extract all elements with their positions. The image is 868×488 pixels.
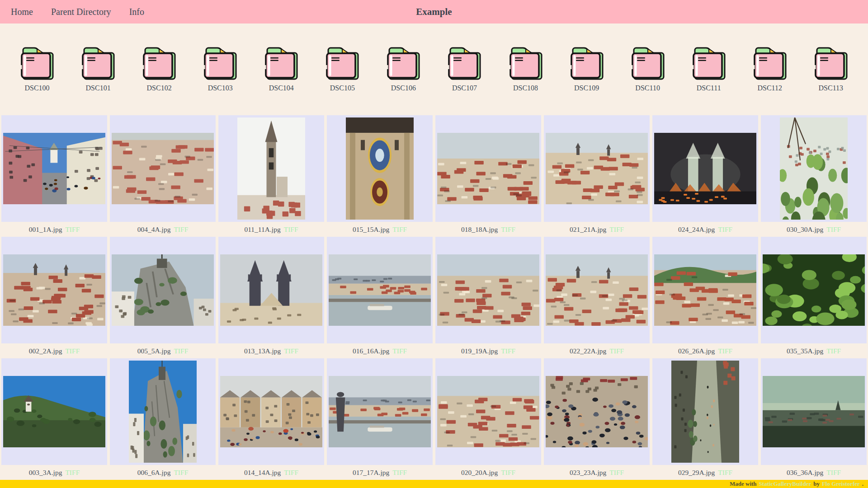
- photo-label: 021_21A.jpgTIFF: [544, 225, 650, 234]
- photo-filename: 029_29A.jpg: [678, 469, 715, 476]
- photo-label: 029_29A.jpgTIFF: [652, 469, 758, 477]
- folder-DSC106[interactable]: DSC106: [381, 44, 426, 115]
- folder-icon: [81, 44, 115, 80]
- gallery-row-3: [0, 358, 868, 465]
- photo-tiff-link[interactable]: TIFF: [609, 469, 624, 476]
- folder-icon: [692, 44, 726, 80]
- nav-link-info[interactable]: Info: [129, 7, 144, 17]
- thumb-013_13A[interactable]: [218, 237, 324, 343]
- photo-tiff-link[interactable]: TIFF: [826, 347, 841, 355]
- thumb-035_35A[interactable]: [761, 237, 867, 343]
- folder-DSC103[interactable]: DSC103: [198, 44, 243, 115]
- thumb-019_19A[interactable]: [435, 237, 541, 343]
- header-bar: HomeParent DirectoryInfo Example: [0, 0, 868, 23]
- photo-tiff-link[interactable]: TIFF: [826, 469, 841, 476]
- photo-label: 001_1A.jpgTIFF: [1, 225, 107, 234]
- photo-tiff-link[interactable]: TIFF: [718, 225, 732, 233]
- photo-tiff-link[interactable]: TIFF: [392, 347, 407, 355]
- photo-placeholder: [329, 254, 431, 326]
- folder-DSC105[interactable]: DSC105: [320, 44, 365, 115]
- folder-row: DSC100 DSC101 DSC102 DSC103 DSC104 DSC10…: [0, 23, 868, 115]
- thumb-021_21A[interactable]: [544, 115, 650, 222]
- photo-placeholder: [112, 254, 214, 326]
- folder-label: DSC105: [330, 84, 355, 92]
- photo-filename: 018_18A.jpg: [461, 225, 498, 233]
- thumb-001_1A[interactable]: [1, 115, 107, 222]
- folder-label: DSC111: [697, 84, 721, 92]
- thumb-003_3A[interactable]: [1, 358, 107, 465]
- photo-tiff-link[interactable]: TIFF: [65, 469, 80, 476]
- photo-tiff-link[interactable]: TIFF: [174, 347, 188, 355]
- folder-DSC108[interactable]: DSC108: [503, 44, 548, 115]
- folder-DSC113[interactable]: DSC113: [808, 44, 854, 115]
- thumb-015_15A[interactable]: [327, 115, 433, 222]
- thumb-002_2A[interactable]: [1, 237, 107, 343]
- photo-tiff-link[interactable]: TIFF: [609, 347, 624, 355]
- thumb-029_29A[interactable]: [652, 358, 758, 465]
- photo-filename: 030_30A.jpg: [787, 225, 823, 233]
- thumb-022_22A[interactable]: [544, 237, 650, 343]
- photo-placeholder: [346, 117, 414, 220]
- photo-tiff-link[interactable]: TIFF: [718, 469, 732, 476]
- photo-tiff-link[interactable]: TIFF: [501, 469, 515, 476]
- folder-DSC107[interactable]: DSC107: [442, 44, 487, 115]
- thumb-017_17A[interactable]: [327, 358, 433, 465]
- photo-placeholder: [437, 133, 540, 204]
- main-nav: HomeParent DirectoryInfo: [11, 7, 144, 17]
- thumb-016_16A[interactable]: [327, 237, 433, 343]
- folder-DSC100[interactable]: DSC100: [14, 44, 60, 115]
- folder-DSC112[interactable]: DSC112: [747, 44, 793, 115]
- photo-filename: 001_1A.jpg: [29, 225, 62, 233]
- photo-tiff-link[interactable]: TIFF: [501, 347, 515, 355]
- photo-tiff-link[interactable]: TIFF: [65, 347, 80, 355]
- footer-by: by: [813, 480, 820, 488]
- photo-filename: 026_26A.jpg: [678, 347, 715, 355]
- thumb-023_23A[interactable]: [544, 358, 650, 465]
- photo-tiff-link[interactable]: TIFF: [65, 225, 80, 233]
- thumb-005_5A[interactable]: [110, 237, 216, 343]
- thumb-020_20A[interactable]: [435, 358, 541, 465]
- thumb-030_30A[interactable]: [761, 115, 867, 222]
- photo-tiff-link[interactable]: TIFF: [501, 225, 515, 233]
- photo-tiff-link[interactable]: TIFF: [826, 225, 841, 233]
- folder-label: DSC101: [86, 84, 111, 92]
- thumb-011_11A[interactable]: [218, 115, 324, 222]
- folder-DSC110[interactable]: DSC110: [625, 44, 670, 115]
- thumb-018_18A[interactable]: [435, 115, 541, 222]
- photo-tiff-link[interactable]: TIFF: [718, 347, 732, 355]
- footer-author-link[interactable]: Flo Greistorfer: [822, 480, 860, 488]
- folder-DSC111[interactable]: DSC111: [686, 44, 731, 115]
- folder-DSC109[interactable]: DSC109: [564, 44, 609, 115]
- photo-placeholder: [437, 376, 540, 447]
- photo-tiff-link[interactable]: TIFF: [284, 225, 298, 233]
- folder-DSC101[interactable]: DSC101: [75, 44, 121, 115]
- photo-tiff-link[interactable]: TIFF: [609, 225, 624, 233]
- photo-filename: 003_3A.jpg: [29, 469, 62, 476]
- thumb-014_14A[interactable]: [218, 358, 324, 465]
- folder-DSC104[interactable]: DSC104: [259, 44, 304, 115]
- thumb-006_6A[interactable]: [110, 358, 216, 465]
- photo-tiff-link[interactable]: TIFF: [392, 225, 407, 233]
- nav-link-home[interactable]: Home: [11, 7, 33, 17]
- folder-icon: [203, 44, 237, 80]
- folder-icon: [753, 44, 787, 80]
- folder-label: DSC107: [452, 84, 477, 92]
- photo-tiff-link[interactable]: TIFF: [284, 347, 298, 355]
- thumb-024_24A[interactable]: [652, 115, 758, 222]
- folder-icon: [447, 44, 481, 80]
- photo-placeholder: [546, 133, 648, 204]
- photo-tiff-link[interactable]: TIFF: [392, 469, 407, 476]
- photo-filename: 021_21A.jpg: [570, 225, 606, 233]
- photo-tiff-link[interactable]: TIFF: [174, 225, 188, 233]
- photo-label: 011_11A.jpgTIFF: [218, 225, 324, 234]
- photo-tiff-link[interactable]: TIFF: [174, 469, 188, 476]
- footer-tool-link[interactable]: StaticGalleryBuilder: [759, 480, 811, 488]
- photo-placeholder: [654, 133, 757, 204]
- nav-link-parent-directory[interactable]: Parent Directory: [51, 7, 111, 17]
- thumb-036_36A[interactable]: [761, 358, 867, 465]
- thumb-026_26A[interactable]: [652, 237, 758, 343]
- photo-tiff-link[interactable]: TIFF: [284, 469, 298, 476]
- folder-icon: [814, 44, 848, 80]
- thumb-004_4A[interactable]: [110, 115, 216, 222]
- folder-DSC102[interactable]: DSC102: [137, 44, 182, 115]
